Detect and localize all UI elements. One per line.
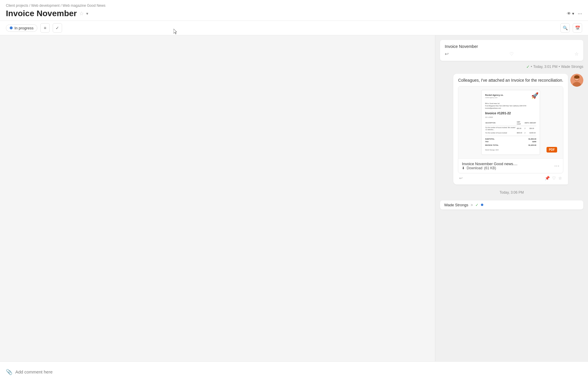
avatar [570, 74, 583, 87]
rocket-icon: 🚀 [531, 91, 539, 100]
time-separator: Today, 3:06 PM [440, 190, 583, 195]
message-actions: ↩ 📌 ♡ ☆ [458, 176, 563, 180]
toolbar: In progress ≡ ✓ 🔍 📅 [0, 21, 588, 35]
table-row: For the number of hours involved. We cre… [485, 126, 536, 131]
row2-cost: $500.00 [517, 131, 524, 135]
message-status: ✓ • Today, 3:01 PM • Wade Strongs [440, 64, 583, 69]
subtotal-value: $1,800.00 [529, 138, 537, 140]
download-button[interactable]: ⬇ Download (61 KB) [462, 166, 554, 170]
bullet-separator: • [531, 65, 532, 69]
message-text: Colleagues, I've attached an Invoice for… [458, 78, 563, 83]
total-value: $1,925.00 [529, 144, 537, 146]
title-dropdown-icon[interactable]: ▾ [86, 11, 88, 16]
pdf-preview: Rocket Agency co. rocket-agency.com 🚀 Bi… [458, 86, 563, 158]
pdf-attachment: Rocket Agency co. rocket-agency.com 🚀 Bi… [458, 86, 563, 173]
mention-notification-dot [481, 204, 483, 206]
agency-name: Rocket Agency co. [485, 94, 536, 97]
page-title: Invoice November [6, 9, 77, 18]
check-icon: ✓ [56, 26, 59, 30]
mention-bar: Wade Strongs > ✓ [440, 200, 583, 210]
mention-check-icon: ✓ [475, 203, 479, 207]
attachment-button[interactable]: 📎 [6, 369, 12, 375]
invoice-date: 12.1.2022 [485, 116, 536, 118]
title-right: 👁 ▾ ··· [567, 11, 582, 17]
mention-author: Wade Strongs [444, 203, 468, 207]
row2-desc: For the number of hours involved [485, 131, 517, 135]
message-reply-button[interactable]: ↩ [459, 176, 463, 180]
tax-label: TAX [485, 140, 489, 143]
paperclip-icon: 📎 [6, 369, 12, 375]
task-card-title: Invoice November [445, 44, 579, 49]
invoice-preview: Rocket Agency co. rocket-agency.com 🚀 Bi… [481, 90, 540, 155]
row2-amount: $1000.00 [529, 131, 536, 135]
tax-value: $200 [532, 140, 536, 143]
task-reply-icon[interactable]: ↩ [445, 51, 449, 57]
message-pin-button[interactable]: 📌 [545, 176, 550, 180]
col-unit-cost: UNIT COST [517, 120, 524, 126]
message-heart-button[interactable]: ♡ [552, 176, 556, 180]
main-content: Invoice November ↩ ♡ ☆ ✓ • Today, 3:01 P… [0, 35, 588, 379]
pdf-filename: Invoice November Good news.... [462, 162, 554, 166]
eye-icon: 👁 [567, 11, 571, 16]
download-label: Download [467, 166, 482, 170]
checklist-button[interactable]: ✓ [53, 23, 62, 33]
subtotal-label: SUBTOTAL [485, 138, 494, 140]
row1-amount: $50.00 [529, 126, 536, 131]
row1-cost: $25.00 [517, 126, 524, 131]
download-icon: ⬇ [462, 166, 465, 170]
comment-bar: 📎 [0, 361, 588, 382]
watch-button[interactable]: 👁 ▾ [567, 11, 574, 16]
row2-units: 2 [524, 131, 529, 135]
task-star-icon[interactable]: ☆ [574, 51, 579, 57]
calendar-button[interactable]: 📅 [573, 23, 582, 33]
total-label: INVOICE TOTAL [485, 144, 499, 146]
task-card-actions: ↩ ♡ ☆ [445, 51, 579, 57]
attachment-more-button[interactable]: ⋯ [554, 162, 559, 169]
row1-units: 2 [524, 126, 529, 131]
pdf-badge-label: PDF [547, 147, 557, 153]
bullet-separator2: • [559, 65, 560, 69]
svg-rect-5 [574, 76, 579, 78]
status-label: In progress [14, 26, 34, 30]
chat-area[interactable]: Invoice November ↩ ♡ ☆ ✓ • Today, 3:01 P… [435, 35, 588, 379]
avatar-image [570, 74, 583, 87]
task-heart-icon[interactable]: ♡ [509, 51, 514, 57]
search-button[interactable]: 🔍 [560, 23, 570, 33]
row1-desc: For the number of hours involved. We cre… [485, 126, 517, 131]
toolbar-right: 🔍 📅 [560, 23, 582, 33]
invoice-total-line: INVOICE TOTAL $1,925.00 [485, 144, 536, 146]
delivered-check-icon: ✓ [526, 64, 530, 69]
message-reaction-buttons: 📌 ♡ ☆ [545, 176, 562, 180]
title-left: Invoice November ☆ ▾ [6, 9, 88, 18]
pdf-info: Invoice November Good news.... ⬇ Downloa… [458, 158, 563, 173]
title-row: Invoice November ☆ ▾ 👁 ▾ ··· [6, 9, 582, 21]
right-panel: Invoice November ↩ ♡ ☆ ✓ • Today, 3:01 P… [435, 35, 588, 379]
status-dot-icon [10, 26, 13, 29]
task-card: Invoice November ↩ ♡ ☆ [440, 40, 583, 61]
agency-tagline: rocket-agency.com [485, 97, 536, 99]
table-row: For the number of hours involved $500.00… [485, 131, 536, 135]
mention-arrow: > [471, 203, 473, 207]
bill-to: Bill to: Good news Ltd. Front Magazine N… [485, 102, 536, 109]
list-icon: ≡ [44, 26, 46, 30]
status-badge[interactable]: In progress [6, 24, 37, 32]
breadcrumb: Client projects / Web development / Web … [6, 4, 582, 8]
col-units: UNITS [524, 120, 529, 126]
message-timestamp: Today, 3:01 PM [533, 65, 558, 69]
invoice-totals: SUBTOTAL $1,800.00 TAX $200 [485, 136, 536, 143]
col-description: DESCRIPTION [485, 120, 517, 126]
comment-input[interactable] [15, 369, 582, 374]
left-panel [0, 35, 435, 379]
more-options-button[interactable]: ··· [578, 11, 582, 17]
calendar-icon: 📅 [575, 26, 580, 30]
file-size: (61 KB) [484, 166, 496, 170]
message-wrapper: Colleagues, I've attached an Invoice for… [440, 74, 583, 185]
message-author: Wade Strongs [561, 65, 583, 69]
signature-area: Derek Strange, CEO [485, 149, 536, 151]
search-icon: 🔍 [563, 26, 568, 30]
dropdown-icon: ▾ [572, 11, 574, 16]
list-view-button[interactable]: ≡ [40, 23, 50, 33]
invoice-number: Invoice #1201-22 [485, 111, 536, 115]
favorite-star-icon[interactable]: ☆ [79, 10, 84, 17]
message-star-button[interactable]: ☆ [558, 176, 562, 180]
